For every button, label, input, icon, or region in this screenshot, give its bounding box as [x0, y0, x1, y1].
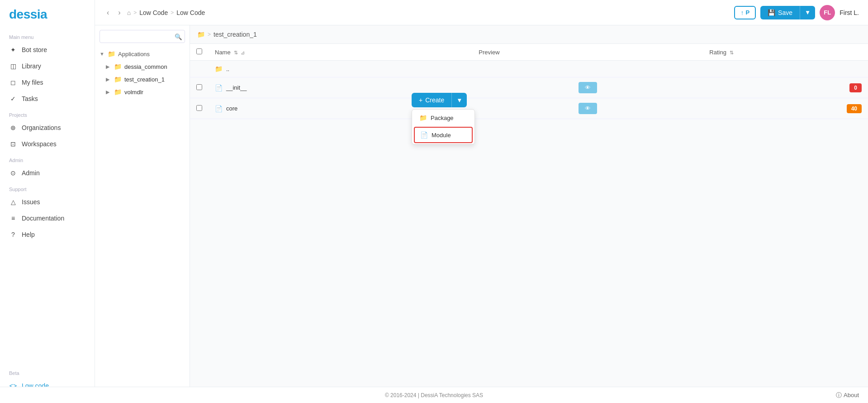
folder-icon: 📁	[114, 63, 122, 70]
sidebar-item-bot-store[interactable]: ✦ Bot store	[0, 42, 95, 58]
sort-icon[interactable]: ⇅	[730, 50, 734, 55]
sidebar-item-my-files[interactable]: ◻ My files	[0, 74, 95, 91]
sidebar-item-help[interactable]: ? Help	[0, 226, 95, 243]
user-name: First L.	[840, 9, 859, 16]
tree-item-dessia-common[interactable]: ▶ 📁 dessia_common	[95, 60, 190, 73]
filter-icon[interactable]: ⊿	[241, 50, 245, 55]
sidebar-item-organizations[interactable]: ⊛ Organizations	[0, 120, 95, 136]
table-row: 📄 __init__ 👁 0	[190, 77, 868, 98]
folder-icon: 📁	[419, 114, 427, 121]
sidebar-item-issues[interactable]: △ Issues	[0, 194, 95, 210]
chevron-right-icon: ▶	[106, 77, 111, 82]
footer-about-label: About	[844, 392, 859, 398]
create-btn-group: + Create ▼	[412, 93, 467, 107]
file-table-area: 📁 > test_creation_1 Name	[190, 25, 868, 403]
search-input[interactable]	[100, 30, 185, 43]
row-checkbox[interactable]	[196, 105, 202, 111]
table-row: 📄 core 👁 40	[190, 98, 868, 119]
eye-icon: 👁	[585, 105, 591, 112]
create-btn-label: Create	[425, 96, 444, 104]
breadcrumb-home[interactable]: ⌂	[127, 9, 131, 16]
tasks-icon: ✓	[9, 95, 17, 103]
version-button[interactable]: ↑ P	[734, 6, 756, 19]
tree-item-label: dessia_common	[124, 63, 167, 70]
folder-icon: 📁	[114, 76, 122, 83]
save-btn-group: 💾 Save ▼	[760, 6, 815, 19]
sidebar-item-workspaces[interactable]: ⊡ Workspaces	[0, 136, 95, 152]
sidebar-item-admin[interactable]: ⊙ Admin	[0, 165, 95, 181]
nav-forward-button[interactable]: ›	[115, 7, 123, 19]
sidebar-item-documentation[interactable]: ≡ Documentation	[0, 210, 95, 226]
sidebar-item-label: Workspaces	[22, 140, 57, 148]
sidebar-item-label: Tasks	[22, 95, 38, 102]
file-tree: ▼ 📁 Applications ▶ 📁 dessia_common ▶ 📁 t…	[95, 48, 190, 403]
table-scroll: Name ⇅ ⊿ Preview Rating ⇅	[190, 44, 868, 146]
footer-about-link[interactable]: ⓘ About	[836, 391, 859, 399]
create-dropdown-toggle[interactable]: ▼	[451, 93, 467, 107]
info-icon: ⓘ	[836, 391, 842, 399]
file-icon: 📄	[420, 131, 428, 139]
chevron-down-icon: ▼	[805, 9, 811, 16]
docs-icon: ≡	[9, 214, 17, 222]
app-logo: dessia	[9, 7, 47, 21]
tree-item-label: volmdlr	[124, 89, 143, 96]
nav-back-button[interactable]: ‹	[104, 7, 112, 19]
topbar: ‹ › ⌂ > Low Code > Low Code ↑ P 💾 Save ▼	[95, 0, 868, 25]
col-preview-label: Preview	[479, 49, 499, 56]
file-table: Name ⇅ ⊿ Preview Rating ⇅	[190, 44, 868, 119]
table-outer: Name ⇅ ⊿ Preview Rating ⇅	[190, 44, 868, 403]
save-icon: 💾	[768, 9, 775, 16]
col-rating-label: Rating	[709, 49, 726, 56]
row-checkbox-cell	[190, 98, 209, 119]
preview-button[interactable]: 👁	[579, 82, 597, 93]
row-rating-cell: 40	[703, 98, 868, 119]
tree-item-test-creation[interactable]: ▶ 📁 test_creation_1	[95, 73, 190, 86]
folder-icon: 📁	[197, 31, 205, 38]
dropdown-item-label: Package	[431, 115, 454, 121]
breadcrumb-item-2[interactable]: Low Code	[176, 9, 205, 16]
row-preview-cell: 👁	[472, 77, 703, 98]
save-dropdown-button[interactable]: ▼	[800, 6, 815, 19]
row-checkbox[interactable]	[196, 84, 202, 90]
breadcrumb-item-1[interactable]: Low Code	[139, 9, 168, 16]
search-button[interactable]: 🔍	[175, 33, 182, 40]
beta-label: Beta	[0, 365, 95, 378]
sidebar-item-label: Library	[22, 62, 41, 70]
eye-icon: 👁	[585, 84, 591, 91]
file-icon: 📄	[215, 105, 223, 112]
sidebar-item-label: My files	[22, 79, 43, 86]
file-name-label: __init__	[226, 84, 247, 91]
tree-item-volmdlr[interactable]: ▶ 📁 volmdlr	[95, 86, 190, 98]
footer-copyright: © 2016-2024 | DessiA Technologies SAS	[385, 392, 483, 398]
sidebar-item-label: Issues	[22, 198, 40, 206]
sidebar-item-tasks[interactable]: ✓ Tasks	[0, 91, 95, 107]
sidebar-item-library[interactable]: ◫ Library	[0, 58, 95, 74]
create-button[interactable]: + Create	[412, 93, 451, 107]
dropdown-item-package[interactable]: 📁 Package	[412, 110, 474, 126]
row-checkbox-cell	[190, 77, 209, 98]
files-icon: ◻	[9, 78, 17, 86]
row-checkbox-cell	[190, 61, 209, 77]
save-button[interactable]: 💾 Save	[760, 6, 800, 19]
save-label: Save	[778, 9, 792, 16]
sort-icon[interactable]: ⇅	[234, 50, 238, 55]
breadcrumb: ⌂ > Low Code > Low Code	[127, 9, 731, 16]
tree-root-item[interactable]: ▼ 📁 Applications	[95, 48, 190, 60]
version-icon: ↑	[740, 9, 744, 16]
th-name: Name ⇅ ⊿	[209, 44, 472, 61]
th-checkbox	[190, 44, 209, 61]
dropdown-item-module[interactable]: 📄 Module	[414, 127, 473, 143]
select-all-checkbox[interactable]	[196, 48, 202, 54]
sidebar: dessia Main menu ✦ Bot store ◫ Library ◻…	[0, 0, 95, 403]
file-name-label: ..	[226, 66, 229, 72]
row-rating-cell	[703, 61, 868, 77]
sidebar-item-label: Organizations	[22, 124, 61, 131]
avatar[interactable]: FL	[820, 5, 835, 20]
create-area: + Create ▼ 📁 Package 📄	[412, 93, 467, 107]
library-icon: ◫	[9, 62, 17, 70]
version-btn-label: P	[745, 9, 749, 16]
folder-icon: 📁	[114, 88, 122, 96]
folder-icon: 📁	[215, 65, 223, 72]
preview-button[interactable]: 👁	[579, 103, 597, 114]
create-dropdown-menu: 📁 Package 📄 Module	[412, 109, 475, 144]
